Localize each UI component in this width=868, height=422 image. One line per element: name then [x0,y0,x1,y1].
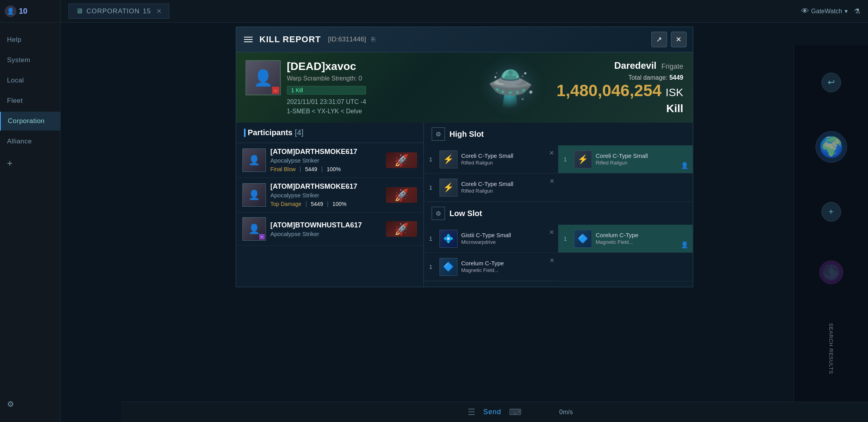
sidebar-item-alliance[interactable]: Alliance [0,132,60,151]
participant-name: [ATOM]DARTHSMOKE617 [271,182,381,191]
sidebar-item-local[interactable]: Local [0,71,60,90]
participants-panel: Participants [4] 👤 [ATOM]DARTHSMOKE617 A… [236,123,424,287]
kill-report-id: [ID:6311446] [328,36,366,43]
high-slot-title: High Slot [450,130,484,139]
slot-item-highlighted[interactable]: 1 🔷 Corelum C-TypeMagnetic Field... 👤 [558,225,693,253]
participants-title: Participants [248,128,292,137]
user-icon: 👤 [5,5,16,17]
slot-item[interactable]: 1 🔷 Corelum C-TypeMagnetic Field... ✕ [424,253,558,281]
participant-item[interactable]: 👤 ▪ [ATOM]BTOWNHUSTLA617 Apocalypse Stri… [236,213,423,246]
slot-item-highlighted[interactable]: 1 ⚡ Coreli C-Type SmallRifled Railgun 👤 [558,145,693,173]
low-slot-left-column: 1 💠 Gistii C-Type SmallMicrowarpdrive ✕ … [424,225,558,281]
participant-info: [ATOM]DARTHSMOKE617 Apocalypse Striker T… [271,182,381,207]
kill-report-title: KILL REPORT [260,34,321,45]
gatewatch-button[interactable]: 👁 GateWatch ▾ [801,7,848,16]
tab-count: 15 [143,7,151,15]
railgun-icon: ⚡ [439,179,457,197]
menu-icon[interactable]: ☰ [468,407,475,417]
slot-item-name: Coreli C-Type SmallRifled Railgun [461,180,513,194]
participant-ship: Apocalypse Striker [271,231,381,237]
high-slot-header: ⚙ High Slot [424,123,693,145]
keyboard-icon[interactable]: ⌨ [509,407,522,417]
victim-avatar: 👤 – [246,60,281,95]
slot-item-name: Coreli C-Type SmallRifled Railgun [596,152,648,166]
sidebar-item-corporation[interactable]: Corporation [0,112,60,131]
participant-item[interactable]: 👤 [ATOM]DARTHSMOKE617 Apocalypse Striker… [236,143,423,178]
isk-label: ISK [665,86,683,98]
person-icon: 👤 [681,162,689,169]
participant-name: [ATOM]BTOWNHUSTLA617 [271,221,381,229]
low-slot-header: ⚙ Low Slot [424,202,693,225]
copy-button[interactable]: ⎘ [371,36,375,43]
sidebar-item-help[interactable]: Help [0,30,60,49]
slot-item[interactable]: 1 ⚡ Coreli C-Type SmallRifled Railgun ✕ [424,173,558,202]
participant-info: [ATOM]BTOWNHUSTLA617 Apocalypse Striker [271,221,381,237]
hamburger-button[interactable] [242,35,254,44]
slot-item-name: Gistii C-Type SmallMicrowarpdrive [461,231,511,245]
low-slot-items: 1 💠 Gistii C-Type SmallMicrowarpdrive ✕ … [424,225,693,281]
slots-panel: ⚙ High Slot 1 ⚡ Coreli C-Type SmallRifle… [424,123,693,287]
final-blow-badge: Final Blow [271,166,296,172]
slot-qty: 1 [429,263,436,270]
slot-item-name: Corelum C-TypeMagnetic Field... [596,231,638,245]
participant-avatar: 👤 ▪ [242,217,266,241]
add-channel-button[interactable]: + [0,152,60,174]
slot-qty: 1 [564,156,570,163]
participant-percent: 100% [327,166,341,172]
damage-label: Total damage: [628,74,668,81]
ship-thumbnail: 🚀 [386,152,417,168]
ship-silhouette: 🛸 [484,61,539,114]
low-slot-section: ⚙ Low Slot 1 💠 Gistii C-Type SmallMicrow… [424,202,693,281]
settings-button[interactable]: ⚙ [0,394,60,414]
kill-location: 1-SMEB < YX-LYK < Delve [287,108,366,115]
participant-avatar: 👤 [242,183,266,207]
high-slot-right-column: 1 ⚡ Coreli C-Type SmallRifled Railgun 👤 [558,145,693,202]
participants-accent [244,129,246,137]
slot-remove-button[interactable]: ✕ [549,149,554,157]
participants-header: Participants [4] [236,123,423,143]
participant-damage: 5449 [311,201,323,207]
sidebar-item-system[interactable]: System [0,51,60,70]
victim-info: [DEAD]xavoc Warp Scramble Strength: 0 1 … [287,60,366,115]
slot-item[interactable]: 1 💠 Gistii C-Type SmallMicrowarpdrive ✕ [424,225,558,253]
kill-body: Participants [4] 👤 [ATOM]DARTHSMOKE617 A… [236,123,693,287]
participant-avatar: 👤 [242,148,266,172]
participants-count: [4] [295,128,303,137]
slot-remove-button[interactable]: ✕ [549,177,554,185]
high-slot-left-column: 1 ⚡ Coreli C-Type SmallRifled Railgun ✕ … [424,145,558,202]
participant-ship: Apocalypse Striker [271,192,381,198]
external-link-button[interactable]: ↗ [651,32,667,47]
ship-image-area: 🛸 [433,52,590,123]
sidebar: 👤 10 Help System Local Fleet Corporation… [0,0,61,422]
slot-remove-button[interactable]: ✕ [549,257,554,264]
close-modal-button[interactable]: ✕ [671,32,687,47]
topbar: 🖥 CORPORATION 15 ✕ 👁 GateWatch ▾ ⚗ [61,0,868,23]
slot-remove-button[interactable]: ✕ [549,229,554,236]
ship-thumbnail: 🚀 [386,221,417,237]
participant-name: [ATOM]DARTHSMOKE617 [271,148,381,156]
sidebar-item-fleet[interactable]: Fleet [0,91,60,110]
slot-item[interactable]: 1 ⚡ Coreli C-Type SmallRifled Railgun ✕ [424,145,558,173]
purple-status-badge: ▪ [259,234,265,240]
dropdown-icon: ▾ [845,7,848,15]
participant-ship: Apocalypse Striker [271,157,381,164]
header-actions: ↗ ✕ [651,32,687,47]
high-slot-items: 1 ⚡ Coreli C-Type SmallRifled Railgun ✕ … [424,145,693,202]
corporation-tab[interactable]: 🖥 CORPORATION 15 ✕ [68,4,169,19]
railgun-icon: ⚡ [439,150,457,168]
tab-close-button[interactable]: ✕ [156,7,162,15]
speed-display: 0m/s [559,409,573,416]
filter-icon[interactable]: ⚗ [854,7,860,16]
damage-value: 5449 [669,74,683,81]
participant-item[interactable]: 👤 [ATOM]DARTHSMOKE617 Apocalypse Striker… [236,178,423,213]
ship-name: Daredevil [614,60,656,71]
slot-qty: 1 [429,184,436,191]
low-slot-icon: ⚙ [432,207,445,220]
low-slot-right-column: 1 🔷 Corelum C-TypeMagnetic Field... 👤 [558,225,693,281]
participant-damage: 5449 [305,166,317,172]
railgun-icon: ⚡ [574,150,592,168]
send-button[interactable]: Send [483,408,501,416]
top-damage-badge: Top Damage [271,201,301,207]
person-icon: 👤 [681,241,689,249]
high-slot-section: ⚙ High Slot 1 ⚡ Coreli C-Type SmallRifle… [424,123,693,202]
